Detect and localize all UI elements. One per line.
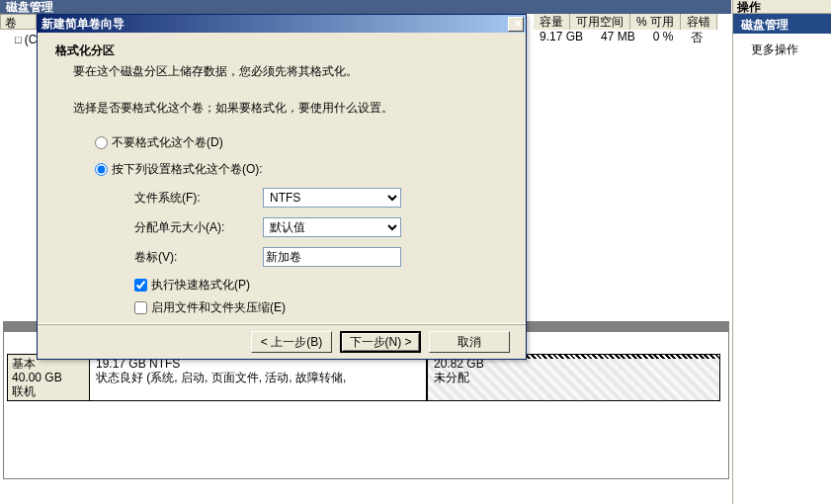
quick-format-label: 执行快速格式化(P) bbox=[151, 277, 250, 294]
dialog-title-text: 新建简单卷向导 bbox=[38, 16, 508, 33]
close-icon: × bbox=[510, 17, 521, 31]
allocation-unit-select[interactable]: 默认值 bbox=[263, 217, 401, 237]
allocation-unit-label: 分配单元大小(A): bbox=[134, 219, 263, 236]
col-capacity[interactable]: 容量 bbox=[534, 14, 570, 30]
close-button[interactable]: × bbox=[508, 17, 524, 32]
disk-row: 基本 40.00 GB 联机 19.17 GB NTFS 状态良好 (系统, 启… bbox=[7, 354, 720, 401]
next-button[interactable]: 下一步(N) > bbox=[340, 331, 421, 353]
wizard-prompt: 选择是否要格式化这个卷；如果要格式化，要使用什么设置。 bbox=[73, 100, 508, 117]
actions-panel: 操作 磁盘管理 更多操作 bbox=[732, 0, 831, 504]
wizard-subtext: 要在这个磁盘分区上储存数据，您必须先将其格式化。 bbox=[73, 63, 508, 80]
back-button[interactable]: < 上一步(B) bbox=[251, 331, 332, 353]
cell-free: 47 MB bbox=[595, 30, 641, 46]
wizard-dialog: 新建简单卷向导 × 格式化分区 要在这个磁盘分区上储存数据，您必须先将其格式化。… bbox=[37, 14, 527, 360]
cell-fault: 否 bbox=[685, 30, 708, 46]
radio-no-format-label: 不要格式化这个卷(D) bbox=[112, 134, 223, 151]
dialog-titlebar[interactable]: 新建简单卷向导 × bbox=[38, 15, 526, 33]
radio-do-format-input[interactable] bbox=[95, 163, 108, 176]
actions-title: 操作 bbox=[733, 0, 831, 14]
partition-status: 状态良好 (系统, 启动, 页面文件, 活动, 故障转储, bbox=[96, 371, 420, 384]
wizard-button-row: < 上一步(B) 下一步(N) > 取消 bbox=[38, 323, 526, 359]
filesystem-label: 文件系统(F): bbox=[134, 190, 263, 207]
quick-format-check[interactable]: 执行快速格式化(P) bbox=[134, 277, 508, 294]
partition-status: 未分配 bbox=[434, 371, 713, 384]
wizard-heading: 格式化分区 bbox=[55, 42, 508, 59]
volume-row-fragment: □ (C bbox=[15, 33, 37, 46]
radio-no-format-input[interactable] bbox=[95, 136, 108, 149]
partition-unallocated[interactable]: 20.82 GB 未分配 bbox=[427, 354, 720, 401]
actions-header: 磁盘管理 bbox=[733, 14, 831, 34]
cell-capacity: 9.17 GB bbox=[534, 30, 589, 46]
partition-system[interactable]: 19.17 GB NTFS 状态良好 (系统, 启动, 页面文件, 活动, 故障… bbox=[89, 354, 427, 401]
radio-do-format-label: 按下列设置格式化这个卷(O): bbox=[112, 161, 263, 178]
disk-size: 40.00 GB bbox=[12, 371, 85, 384]
disk-status: 联机 bbox=[12, 384, 85, 398]
volume-label-label: 卷标(V): bbox=[134, 249, 263, 266]
volume-label-input[interactable] bbox=[263, 247, 401, 267]
col-fault[interactable]: 容错 bbox=[681, 14, 717, 30]
cancel-button[interactable]: 取消 bbox=[429, 331, 510, 353]
filesystem-select[interactable]: NTFS bbox=[263, 188, 401, 208]
radio-do-format[interactable]: 按下列设置格式化这个卷(O): bbox=[95, 161, 508, 178]
compress-label: 启用文件和文件夹压缩(E) bbox=[151, 299, 286, 316]
quick-format-input[interactable] bbox=[134, 279, 147, 292]
column-headers: 容量 可用空间 % 可用 容错 bbox=[534, 14, 717, 30]
compress-input[interactable] bbox=[134, 301, 147, 314]
more-actions-link[interactable]: 更多操作 bbox=[733, 34, 831, 62]
disk-header[interactable]: 基本 40.00 GB 联机 bbox=[7, 354, 89, 401]
col-free[interactable]: 可用空间 bbox=[570, 14, 630, 30]
cell-pct: 0 % bbox=[647, 30, 680, 46]
column-header-volume: 卷 bbox=[0, 14, 37, 30]
col-pctfree[interactable]: % 可用 bbox=[630, 14, 681, 30]
app-titlebar: 磁盘管理 bbox=[0, 0, 731, 14]
volume-row: 9.17 GB 47 MB 0 % 否 bbox=[534, 30, 708, 46]
radio-no-format[interactable]: 不要格式化这个卷(D) bbox=[95, 134, 508, 151]
compress-check[interactable]: 启用文件和文件夹压缩(E) bbox=[134, 299, 508, 316]
